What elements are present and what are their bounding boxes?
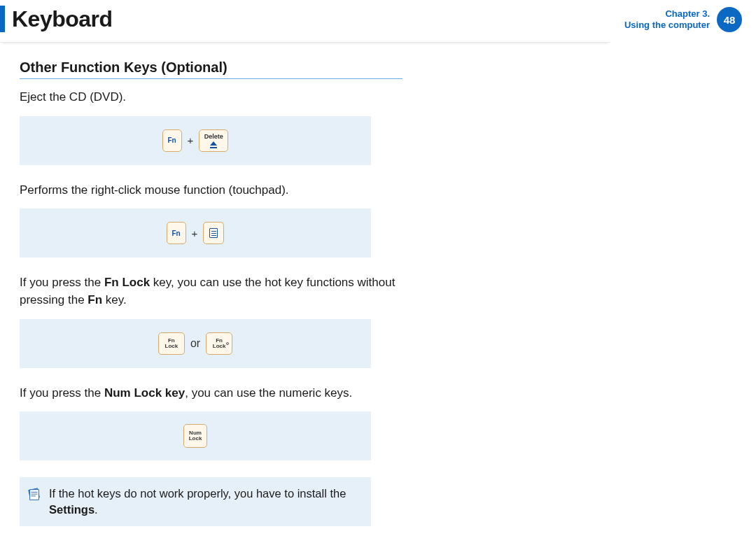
item-2-keyrow: Fn + xyxy=(20,209,371,258)
num-lock-key: Num Lock xyxy=(183,424,207,448)
fn-key: Fn xyxy=(162,129,182,152)
item-2-text: Performs the right-click mouse function … xyxy=(20,182,402,199)
chapter-name: Using the computer xyxy=(624,20,710,31)
item-4-keyrow: Num Lock xyxy=(20,411,371,460)
page-number-badge: 48 xyxy=(717,7,742,32)
context-menu-key xyxy=(203,222,224,244)
led-indicator-icon xyxy=(226,342,229,345)
eject-icon xyxy=(210,141,217,146)
delete-eject-key: Delete xyxy=(199,129,228,152)
section-heading: Other Function Keys (Optional) xyxy=(20,59,402,79)
note-icon xyxy=(27,487,42,502)
fn-lock-key: Fn Lock xyxy=(158,332,185,355)
chapter-block: Chapter 3. Using the computer xyxy=(624,8,710,30)
eject-bar-icon xyxy=(210,147,217,148)
plus-sign: + xyxy=(192,227,198,239)
page-root: Keyboard Chapter 3. Using the computer 4… xyxy=(0,0,756,536)
fn-key: Fn xyxy=(167,222,186,244)
item-3-keyrow: Fn Lock or Fn Lock xyxy=(20,319,371,368)
fn-lock-key-line2: Lock xyxy=(213,344,226,349)
header-left: Keyboard xyxy=(0,6,610,43)
item-4-text: If you press the Num Lock key, you can u… xyxy=(20,385,402,402)
or-separator: or xyxy=(190,337,200,350)
delete-key-label: Delete xyxy=(204,133,223,140)
title-accent-bar xyxy=(0,6,5,32)
page-title: Keyboard xyxy=(12,6,113,32)
fn-lock-key-led: Fn Lock xyxy=(206,332,232,355)
item-3-text: If you press the Fn Lock key, you can us… xyxy=(20,274,402,309)
chapter-number: Chapter 3. xyxy=(624,8,710,20)
plus-sign: + xyxy=(188,134,194,146)
item-1-text: Eject the CD (DVD). xyxy=(20,89,402,106)
header-right: Chapter 3. Using the computer 48 xyxy=(610,6,742,32)
note-row: If the hot keys do not work properly, yo… xyxy=(20,477,371,526)
header-row: Keyboard Chapter 3. Using the computer 4… xyxy=(0,0,756,43)
note-text: If the hot keys do not work properly, yo… xyxy=(49,486,361,518)
content-column: Other Function Keys (Optional) Eject the… xyxy=(0,43,402,526)
item-1-keyrow: Fn + Delete xyxy=(20,116,371,165)
context-menu-icon xyxy=(209,228,218,238)
fn-lock-key-line2: Lock xyxy=(165,344,178,349)
num-lock-key-line2: Lock xyxy=(189,436,202,442)
